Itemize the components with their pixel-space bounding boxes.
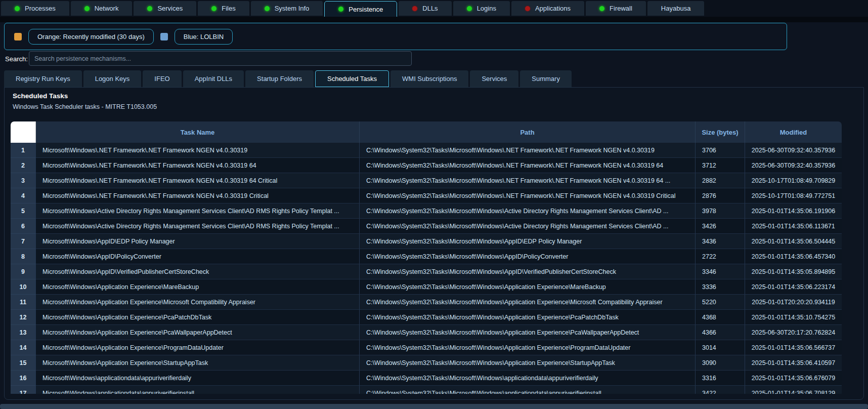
tab-system-info[interactable]: System Info — [251, 1, 323, 16]
cell-modified: 2025-01-01T14:35:06.708129 — [745, 386, 842, 394]
table-row[interactable]: 2Microsoft\Windows\.NET Framework\.NET F… — [11, 158, 842, 173]
tab-bar-divider — [0, 17, 868, 22]
table-row[interactable]: 16Microsoft\Windows\applicationdata\appu… — [11, 371, 842, 386]
cell-task-name: Microsoft\Windows\Application Experience… — [36, 340, 360, 355]
cell-task-name: Microsoft\Windows\Application Experience… — [36, 355, 360, 371]
table-body: 1Microsoft\Windows\.NET Framework\.NET F… — [11, 143, 842, 394]
tab-firewall[interactable]: Firewall — [586, 1, 646, 16]
subtab-services[interactable]: Services — [470, 70, 518, 87]
subtab-startup-folders[interactable]: Startup Folders — [245, 70, 314, 87]
tab-files[interactable]: Files — [198, 1, 249, 16]
status-dot-green-icon — [84, 6, 90, 11]
column-header-size[interactable]: Size (bytes) — [696, 121, 745, 143]
cell-row-number: 1 — [11, 143, 36, 158]
table-row[interactable]: 7Microsoft\Windows\AppID\EDP Policy Mana… — [11, 234, 842, 249]
table-row[interactable]: 8Microsoft\Windows\AppID\PolicyConverter… — [11, 249, 842, 264]
cell-size: 4368 — [696, 310, 745, 325]
cell-task-name: Microsoft\Windows\AppID\PolicyConverter — [36, 249, 360, 264]
table-row[interactable]: 3Microsoft\Windows\.NET Framework\.NET F… — [11, 173, 842, 188]
table-row[interactable]: 13Microsoft\Windows\Application Experien… — [11, 325, 842, 340]
cell-row-number: 7 — [11, 234, 36, 249]
subtab-registry-run-keys[interactable]: Registry Run Keys — [4, 70, 82, 87]
panel-subtitle: Windows Task Scheduler tasks - MITRE T10… — [13, 103, 157, 110]
tab-network[interactable]: Network — [71, 1, 133, 16]
cell-task-name: Microsoft\Windows\applicationdata\appuri… — [36, 386, 360, 394]
tab-dlls[interactable]: DLLs — [399, 1, 451, 16]
legend-swatch-icon — [160, 33, 168, 40]
cell-modified: 2025-01-01T14:35:06.223174 — [745, 279, 842, 295]
cell-row-number: 9 — [11, 264, 36, 279]
table-row[interactable]: 14Microsoft\Windows\Application Experien… — [11, 340, 842, 355]
status-dot-green-icon — [599, 6, 604, 11]
cell-row-number: 17 — [11, 386, 36, 394]
cell-task-name: Microsoft\Windows\Application Experience… — [36, 310, 360, 325]
table-header-row: Task Name Path Size (bytes) Modified — [11, 121, 842, 143]
cell-path: C:\Windows\System32\Tasks\Microsoft\Wind… — [360, 279, 696, 295]
subtab-scheduled-tasks[interactable]: Scheduled Tasks — [315, 70, 389, 87]
cell-size: 3316 — [696, 371, 745, 386]
cell-task-name: Microsoft\Windows\.NET Framework\.NET Fr… — [36, 173, 360, 188]
cell-row-number: 13 — [11, 325, 36, 340]
tab-label: Network — [95, 5, 119, 12]
cell-size: 3426 — [696, 219, 745, 234]
cell-modified: 2025-10-17T01:08:49.772751 — [745, 188, 842, 203]
table-row[interactable]: 12Microsoft\Windows\Application Experien… — [11, 310, 842, 325]
table-row[interactable]: 11Microsoft\Windows\Application Experien… — [11, 295, 842, 310]
cell-modified: 2025-01-01T14:35:10.754275 — [745, 310, 842, 325]
cell-size: 3706 — [696, 143, 745, 158]
tab-label: DLLs — [422, 5, 438, 12]
scheduled-tasks-table: Task Name Path Size (bytes) Modified 1Mi… — [11, 121, 842, 394]
tab-services[interactable]: Services — [134, 1, 196, 16]
table-row[interactable]: 15Microsoft\Windows\Application Experien… — [11, 355, 842, 371]
table-row[interactable]: 1Microsoft\Windows\.NET Framework\.NET F… — [11, 143, 842, 158]
cell-size: 2722 — [696, 249, 745, 264]
table-row[interactable]: 4Microsoft\Windows\.NET Framework\.NET F… — [11, 188, 842, 203]
status-dot-green-icon — [467, 6, 472, 11]
subtab-logon-keys[interactable]: Logon Keys — [83, 70, 142, 87]
cell-path: C:\Windows\System32\Tasks\Microsoft\Wind… — [360, 143, 696, 158]
table-row[interactable]: 17Microsoft\Windows\applicationdata\appu… — [11, 386, 842, 394]
subtab-wmi-subscriptions[interactable]: WMI Subscriptions — [390, 70, 468, 87]
cell-task-name: Microsoft\Windows\.NET Framework\.NET Fr… — [36, 158, 360, 173]
cell-size: 5220 — [696, 295, 745, 310]
cell-task-name: Microsoft\Windows\.NET Framework\.NET Fr… — [36, 143, 360, 158]
tab-persistence[interactable]: Persistence — [324, 1, 397, 17]
status-dot-green-icon — [211, 6, 216, 11]
search-input[interactable] — [29, 51, 412, 66]
persistence-analyzer-window: ProcessesNetworkServicesFilesSystem Info… — [0, 0, 868, 409]
status-dot-green-icon — [338, 7, 343, 12]
tab-processes[interactable]: Processes — [1, 1, 69, 16]
tab-label: System Info — [275, 5, 310, 12]
table-row[interactable]: 5Microsoft\Windows\Active Directory Righ… — [11, 203, 842, 219]
cell-modified: 2025-01-01T14:35:06.410597 — [745, 355, 842, 371]
table-row[interactable]: 9Microsoft\Windows\AppID\VerifiedPublish… — [11, 264, 842, 279]
tab-logins[interactable]: Logins — [453, 1, 510, 16]
table-row[interactable]: 6Microsoft\Windows\Active Directory Righ… — [11, 219, 842, 234]
legend-swatch-icon — [14, 33, 22, 40]
cell-task-name: Microsoft\Windows\AppID\VerifiedPublishe… — [36, 264, 360, 279]
table-row[interactable]: 10Microsoft\Windows\Application Experien… — [11, 279, 842, 295]
column-header-modified[interactable]: Modified — [745, 121, 842, 143]
horizontal-scrollbar[interactable] — [0, 404, 868, 409]
cell-row-number: 10 — [11, 279, 36, 295]
column-header-task-name[interactable]: Task Name — [36, 121, 360, 143]
cell-path: C:\Windows\System32\Tasks\Microsoft\Wind… — [360, 371, 696, 386]
cell-size: 3014 — [696, 340, 745, 355]
subtab-ifeo[interactable]: IFEO — [143, 70, 181, 87]
tab-applications[interactable]: Applications — [511, 1, 584, 16]
cell-row-number: 5 — [11, 203, 36, 219]
cell-size: 3346 — [696, 264, 745, 279]
subtab-summary[interactable]: Summary — [520, 70, 572, 87]
legend-item: Blue: LOLBIN — [175, 29, 233, 45]
cell-path: C:\Windows\System32\Tasks\Microsoft\Wind… — [360, 325, 696, 340]
subtab-appinit-dlls[interactable]: AppInit DLLs — [183, 70, 244, 87]
top-tab-bar: ProcessesNetworkServicesFilesSystem Info… — [0, 0, 868, 17]
cell-modified: 2025-06-30T20:17:20.762824 — [745, 325, 842, 340]
cell-task-name: Microsoft\Windows\Application Experience… — [36, 295, 360, 310]
cell-path: C:\Windows\System32\Tasks\Microsoft\Wind… — [360, 203, 696, 219]
column-header-path[interactable]: Path — [360, 121, 696, 143]
cell-row-number: 15 — [11, 355, 36, 371]
cell-row-number: 14 — [11, 340, 36, 355]
tab-hayabusa[interactable]: Hayabusa — [647, 1, 705, 16]
tab-label: Applications — [535, 5, 571, 12]
